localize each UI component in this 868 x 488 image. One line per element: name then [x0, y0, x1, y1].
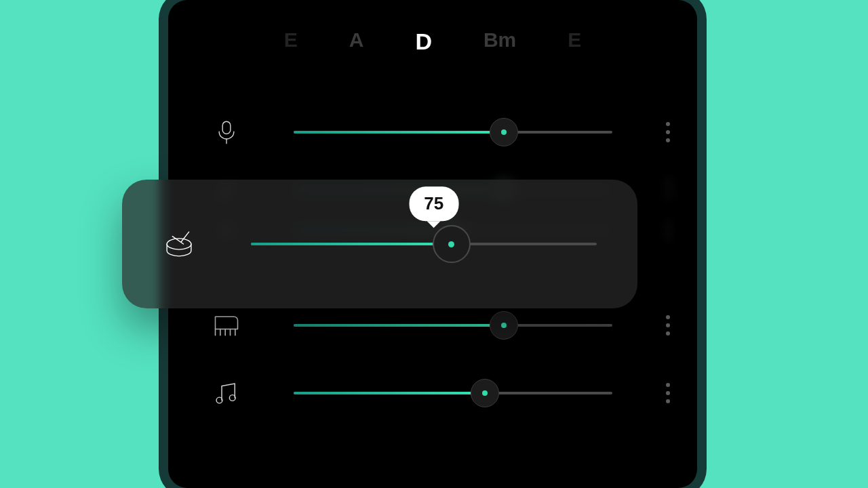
chord: Bm [484, 28, 516, 55]
volume-slider-vocals[interactable] [294, 131, 612, 134]
track-more-button[interactable] [666, 383, 670, 403]
stage: E A D Bm E [0, 0, 868, 488]
chord-active: D [415, 28, 432, 55]
svg-rect-0 [222, 121, 231, 134]
track-row-other [168, 359, 697, 427]
chord: E [568, 28, 581, 55]
track-row-vocals [168, 102, 697, 163]
track-more-button[interactable] [666, 315, 670, 336]
svg-point-5 [167, 239, 191, 249]
chord-row: E A D Bm E [168, 28, 697, 55]
track-more-button[interactable] [666, 180, 670, 200]
slider-thumb[interactable] [490, 311, 518, 340]
chord: E [284, 28, 298, 55]
volume-slider-drums[interactable]: 75 [251, 243, 597, 245]
track-more-button[interactable] [666, 220, 670, 241]
piano-icon [209, 308, 244, 343]
track-card-drums: 75 [122, 180, 637, 308]
chord: A [349, 28, 364, 55]
drums-icon [161, 226, 197, 262]
track-more-button[interactable] [666, 122, 670, 142]
slider-thumb[interactable] [490, 118, 518, 146]
volume-slider-piano[interactable] [294, 324, 612, 327]
slider-thumb[interactable] [471, 379, 499, 407]
volume-slider-other[interactable] [294, 392, 612, 394]
music-note-icon [209, 375, 244, 411]
microphone-icon [209, 115, 244, 150]
slider-value-tooltip: 75 [409, 186, 458, 221]
slider-thumb[interactable]: 75 [433, 225, 471, 263]
